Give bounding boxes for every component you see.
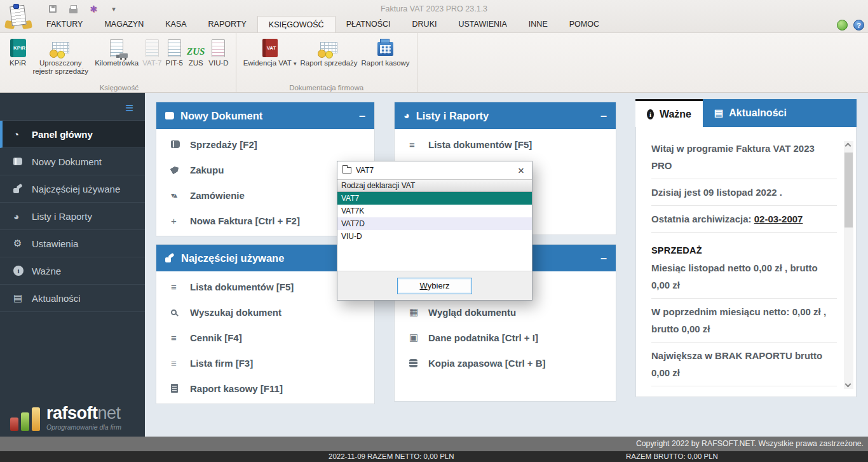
collapse-button[interactable]: – [359, 110, 365, 121]
sidebar-item-panel-glowny[interactable]: ◔ Panel główny [0, 121, 145, 148]
menu-item-wyszukaj-dokument[interactable]: Wyszukaj dokument [156, 299, 374, 325]
ribbon-button-uproszczony-rejestr[interactable]: Uproszczony rejestr sprzedaży [30, 36, 91, 76]
menu-item-wyglad-dokumentu[interactable]: ▦ Wygląd dokumentu [395, 299, 616, 325]
prev-month-summary-text: W poprzednim miesiącu netto: 0,00 zł , b… [651, 303, 837, 337]
hamburger-menu-icon[interactable]: ≡ [0, 93, 145, 120]
divider [651, 205, 837, 206]
scrollbar-thumb[interactable] [844, 153, 853, 228]
dialog-option-vat7[interactable]: VAT7 [337, 192, 532, 205]
scroll-down-icon[interactable] [845, 381, 851, 388]
scrollbar[interactable] [844, 141, 853, 389]
search-icon [171, 309, 190, 315]
dialog-title: VAT7 [356, 166, 374, 175]
info-body: Witaj w programie Faktura VAT 2023 PRO D… [635, 127, 857, 397]
menu-tab-pomoc[interactable]: POMOC [559, 16, 610, 32]
menu-tab-magazyn[interactable]: MAGAZYN [93, 16, 154, 32]
newspaper-icon: ▤ [714, 107, 723, 119]
ribbon-button-raport-kasowy[interactable]: Raport kasowy [362, 36, 410, 67]
menu-tab-druki[interactable]: DRUKI [402, 16, 448, 32]
menu-tab-bar: FAKTURY MAGAZYN KASA RAPORTY KSIĘGOWOŚĆ … [36, 16, 610, 32]
sidebar-item-aktualnosci[interactable]: ▤ Aktualności [0, 285, 145, 312]
truck-icon [119, 53, 128, 58]
ribbon-group-label: Księgowość [3, 84, 236, 92]
dialog-empty-area [337, 243, 532, 271]
menu-item-kopia-zapasowa[interactable]: Kopia zapasowa [Ctrl + B] [395, 350, 616, 376]
menu-tab-ksiegowosc[interactable]: KSIĘGOWOŚĆ [257, 16, 336, 32]
menu-tab-platnosci[interactable]: PŁATNOŚCI [336, 16, 402, 32]
divider [651, 232, 837, 233]
sidebar-item-najczesciej-uzywane[interactable]: Najczęściej używane [0, 175, 145, 203]
ribbon-button-pit5[interactable]: PIT-5 [165, 36, 182, 67]
pie-chart-icon: ◕ [13, 211, 32, 222]
wybierz-button[interactable]: Wybierz [397, 278, 472, 294]
ribbon-button-ewidencja-vat[interactable]: VAT Ewidencja VAT ▾ [243, 36, 297, 67]
help-icon[interactable]: ? [853, 20, 864, 31]
close-icon[interactable]: × [515, 165, 527, 176]
kpir-binder-icon: KPiR [10, 39, 26, 57]
menu-tab-kasa[interactable]: KASA [154, 16, 197, 32]
archive-date-link[interactable]: 02-03-2007 [754, 214, 803, 224]
dialog-option-vat7d[interactable]: VAT7D [337, 217, 532, 230]
menu-item-lista-dokumentow[interactable]: ≡ Lista dokumentów [F5] [395, 132, 616, 157]
folder-icon [342, 167, 351, 173]
online-status-icon[interactable] [837, 20, 848, 31]
logo-lock [13, 4, 19, 9]
menu-item-lista-firm[interactable]: ≡ Lista firm [F3] [156, 350, 374, 376]
app-logo-icon[interactable] [4, 3, 32, 31]
viud-doc-icon [212, 39, 225, 57]
tab-aktualnosci[interactable]: ▤ Aktualności [703, 99, 857, 127]
ribbon-button-zus[interactable]: ZUS ZUS [187, 36, 205, 67]
collapse-button[interactable]: – [600, 110, 607, 121]
status-bar: 2022-11-09 RAZEM NETTO: 0,00 PLN RAZEM B… [0, 451, 868, 462]
book-icon [165, 112, 174, 119]
menu-tab-ustawienia[interactable]: USTAWIENIA [447, 16, 517, 32]
ribbon-button-kilometrowka[interactable]: Kilometrówka [95, 36, 139, 67]
zus-logo-icon: ZUS [187, 46, 205, 57]
ribbon-button-raport-sprzedazy[interactable]: Raport sprzedaży [300, 36, 357, 67]
copyright-bar: Copyright 2022 by RAFSOFT.NET. Wszystkie… [0, 437, 868, 451]
menu-tab-faktury[interactable]: FAKTURY [36, 16, 93, 32]
ribbon-group-label: Dokumentacja firmowa [236, 84, 417, 92]
sidebar: ≡ ◔ Panel główny Nowy Dokument Najczęści… [0, 93, 145, 437]
menu-tab-raporty[interactable]: RAPORTY [198, 16, 257, 32]
vat7-doc-icon [146, 39, 159, 57]
menu-item-raport-kasowy[interactable]: Raport kasowy [F11] [156, 376, 374, 401]
dialog-option-vat7k[interactable]: VAT7K [337, 205, 532, 217]
sidebar-nav: ◔ Panel główny Nowy Dokument Najczęściej… [0, 120, 145, 312]
menu-item-cennik[interactable]: ≡ Cennik [F4] [156, 325, 374, 350]
heading-sprzedaz: SPRZEDAŻ [651, 245, 837, 255]
divider [651, 298, 837, 299]
grid-icon: ▦ [409, 306, 428, 318]
vat7-dialog: VAT7 × Rodzaj deklaracji VAT VAT7 VAT7K … [337, 161, 532, 301]
sidebar-item-wazne[interactable]: i Ważne [0, 257, 145, 285]
menu-tab-inne[interactable]: INNE [518, 16, 559, 32]
mileage-doc-icon [110, 39, 123, 57]
tab-wazne[interactable]: i Ważne [635, 99, 703, 127]
sort-arrows-icon: ▾▴ [171, 191, 190, 200]
dialog-title-bar[interactable]: VAT7 × [337, 161, 532, 179]
sidebar-item-nowy-dokument[interactable]: Nowy Dokument [0, 148, 145, 175]
pie-chart-icon: ◕ [403, 110, 410, 121]
today-text: Dzisiaj jest 09 listopad 2022 . [651, 184, 837, 201]
title-bar: ✱ ▾ Faktura VAT 2023 PRO 23.1.3 ? FAKTUR… [0, 0, 868, 33]
database-icon [409, 359, 428, 367]
list-icon: ≡ [171, 282, 190, 292]
info-icon: i [13, 266, 32, 276]
dropdown-caret-icon: ▾ [294, 60, 297, 67]
id-card-icon: ▣ [409, 332, 428, 343]
document-icon [171, 384, 190, 393]
ribbon-button-vat7: VAT-7 [142, 36, 161, 67]
month-summary-text: Miesiąc listopad netto 0,00 zł , brutto … [651, 259, 837, 294]
copyright-text: Copyright 2022 by RAFSOFT.NET. Wszystkie… [636, 439, 864, 448]
ribbon-button-viud[interactable]: VIU-D [208, 36, 228, 67]
sidebar-item-listy-i-raporty[interactable]: ◕ Listy i Raporty [0, 203, 145, 230]
ribbon-button-kpir[interactable]: KPiR KPiR [10, 36, 26, 67]
largest-summary-text: Największa w BRAK RAPORTU brutto 0,00 zł [651, 347, 837, 381]
menu-item-sprzedazy[interactable]: Sprzedaży [F2] [156, 132, 374, 157]
vat-binder-icon: VAT [262, 39, 278, 57]
menu-item-dane-podatnika[interactable]: ▣ Dane podatnika [Ctrl + I] [395, 325, 616, 350]
collapse-button[interactable]: – [600, 252, 607, 264]
sidebar-item-ustawienia[interactable]: ⚙ Ustawienia [0, 230, 145, 257]
scroll-up-icon[interactable] [845, 143, 851, 149]
dialog-option-viud[interactable]: VIU-D [337, 230, 532, 243]
